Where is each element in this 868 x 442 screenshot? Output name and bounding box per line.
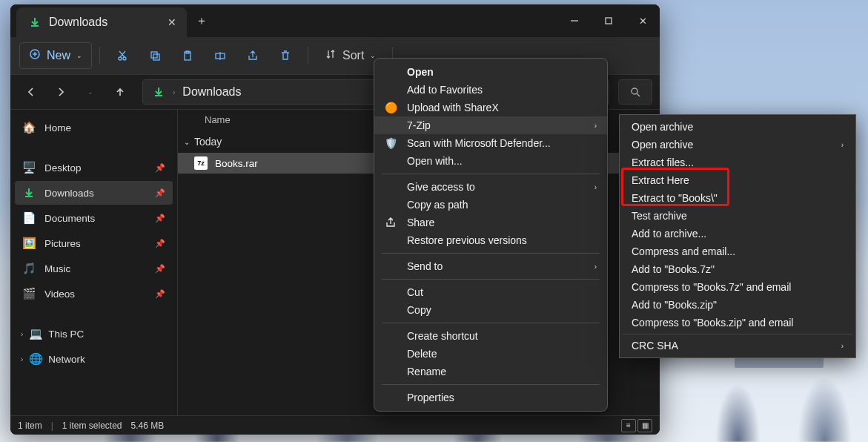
pin-icon: 📌: [155, 214, 165, 223]
menu-label: Add to "Books.7z": [632, 263, 715, 275]
minimize-button[interactable]: [557, 4, 592, 37]
menu-item-restore[interactable]: Restore previous versions: [374, 231, 607, 249]
submenu-compress-zip[interactable]: Compress to "Books.zip" and email: [620, 314, 855, 332]
new-button[interactable]: New ⌄: [19, 42, 92, 69]
submenu-crc[interactable]: CRC SHA›: [620, 337, 855, 354]
search-button[interactable]: [618, 79, 652, 105]
svg-rect-4: [151, 52, 157, 58]
menu-item-shortcut[interactable]: Create shortcut: [374, 327, 607, 345]
submenu-open-archive-alt[interactable]: Open archive›: [620, 136, 855, 154]
submenu-add-zip[interactable]: Add to "Books.zip": [620, 296, 855, 314]
sidebar-group-label: This PC: [48, 329, 84, 340]
desktop-icon: 🖥️: [22, 161, 36, 174]
sidebar-item-label: Videos: [44, 288, 75, 300]
menu-label: Restore previous versions: [407, 234, 527, 246]
up-button[interactable]: [107, 79, 133, 105]
menu-item-giveaccess[interactable]: Give access to›: [374, 178, 607, 196]
svg-point-3: [123, 57, 126, 60]
close-window-button[interactable]: ✕: [626, 4, 660, 37]
submenu-add-7z[interactable]: Add to "Books.7z": [620, 260, 855, 278]
submenu-test[interactable]: Test archive: [620, 207, 855, 225]
forward-button[interactable]: [47, 79, 74, 105]
menu-label: Send to: [407, 260, 443, 272]
videos-icon: 🎬: [22, 287, 36, 300]
submenu-extract-here[interactable]: Extract Here: [620, 171, 855, 189]
sidebar-item-pictures[interactable]: 🖼️ Pictures 📌: [15, 231, 173, 255]
submenu-add[interactable]: Add to archive...: [620, 225, 855, 243]
pin-icon: 📌: [155, 163, 165, 173]
sidebar-group-network[interactable]: › 🌐 Network: [15, 347, 173, 371]
sidebar-group-thispc[interactable]: › 💻 This PC: [15, 322, 173, 346]
chevron-right-icon: ›: [841, 342, 844, 350]
details-view-button[interactable]: ≡: [621, 419, 636, 432]
chevron-right-icon: ›: [594, 122, 597, 130]
recent-locations-button[interactable]: ⌄: [77, 79, 104, 105]
menu-label: Compress to "Books.7z" and email: [632, 281, 791, 293]
icons-view-button[interactable]: ▦: [637, 419, 652, 432]
menu-label: Extract to "Books\": [632, 192, 718, 204]
menu-item-copypath[interactable]: Copy as path: [374, 196, 607, 214]
submenu-compress-email[interactable]: Compress and email...: [620, 243, 855, 260]
delete-button[interactable]: [271, 42, 300, 69]
submenu-extract-to[interactable]: Extract to "Books\": [620, 189, 855, 207]
add-tab-button[interactable]: ＋: [187, 4, 216, 37]
menu-item-sharex[interactable]: 🟠Upload with ShareX: [374, 99, 607, 116]
menu-item-properties[interactable]: Properties: [374, 389, 607, 406]
menu-item-delete[interactable]: Delete: [374, 345, 607, 363]
menu-item-defender[interactable]: 🛡️Scan with Microsoft Defender...: [374, 134, 607, 152]
menu-label: Open: [407, 66, 434, 78]
network-icon: 🌐: [29, 352, 42, 366]
menu-item-copy[interactable]: Copy: [374, 301, 607, 319]
menu-item-cut[interactable]: Cut: [374, 283, 607, 301]
menu-label: Rename: [407, 366, 446, 377]
submenu-7zip: Open archive Open archive› Extract files…: [619, 114, 856, 358]
submenu-extract-files[interactable]: Extract files...: [620, 154, 855, 171]
copy-button[interactable]: [140, 42, 170, 69]
sidebar-item-label: Desktop: [44, 162, 82, 174]
menu-label: Compress and email...: [632, 245, 735, 257]
item-count: 1 item: [18, 420, 42, 431]
submenu-compress-7z[interactable]: Compress to "Books.7z" and email: [620, 278, 855, 296]
menu-label: Upload with ShareX: [407, 102, 499, 113]
sidebar-item-label: Documents: [44, 213, 95, 224]
sort-label: Sort: [342, 49, 364, 62]
plus-circle-icon: [29, 48, 41, 63]
menu-item-openwith[interactable]: Open with...: [374, 152, 607, 170]
paste-button[interactable]: [173, 42, 202, 69]
close-tab-icon[interactable]: ✕: [168, 16, 176, 28]
menu-label: Open archive: [632, 121, 693, 133]
tab-downloads[interactable]: Downloads ✕: [16, 7, 187, 37]
sidebar-item-videos[interactable]: 🎬 Videos 📌: [15, 282, 173, 306]
share-button[interactable]: [238, 42, 268, 69]
window-controls: ✕: [557, 4, 660, 37]
pictures-icon: 🖼️: [22, 237, 36, 250]
documents-icon: 📄: [22, 211, 36, 225]
sort-icon: [325, 48, 337, 63]
menu-item-7zip[interactable]: 7-Zip›: [374, 116, 607, 134]
menu-item-favorites[interactable]: Add to Favorites: [374, 81, 607, 99]
menu-item-share[interactable]: Share: [374, 214, 607, 231]
column-name[interactable]: Name: [205, 114, 231, 125]
titlebar[interactable]: Downloads ✕ ＋ ✕: [10, 4, 660, 37]
separator: [382, 279, 600, 280]
chevron-right-icon: ›: [841, 141, 844, 149]
sidebar-item-desktop[interactable]: 🖥️ Desktop 📌: [15, 156, 173, 179]
separator: [382, 253, 600, 254]
sidebar-item-documents[interactable]: 📄 Documents 📌: [15, 206, 173, 230]
maximize-button[interactable]: [592, 4, 626, 37]
cut-button[interactable]: [107, 42, 137, 69]
sidebar-item-downloads[interactable]: Downloads 📌: [15, 181, 173, 205]
menu-item-open[interactable]: Open: [374, 63, 607, 81]
sidebar-item-music[interactable]: 🎵 Music 📌: [15, 257, 173, 280]
submenu-open-archive[interactable]: Open archive: [620, 118, 855, 136]
sidebar-item-home[interactable]: 🏠 Home: [15, 116, 173, 139]
menu-label: Extract Here: [632, 174, 689, 186]
menu-item-sendto[interactable]: Send to›: [374, 257, 607, 275]
pin-icon: 📌: [155, 289, 165, 299]
share-icon: [383, 217, 398, 228]
breadcrumb-location[interactable]: Downloads: [182, 85, 241, 99]
menu-item-rename[interactable]: Rename: [374, 363, 607, 380]
group-label: Today: [194, 136, 222, 148]
rename-button[interactable]: [205, 42, 235, 69]
back-button[interactable]: [18, 79, 44, 105]
